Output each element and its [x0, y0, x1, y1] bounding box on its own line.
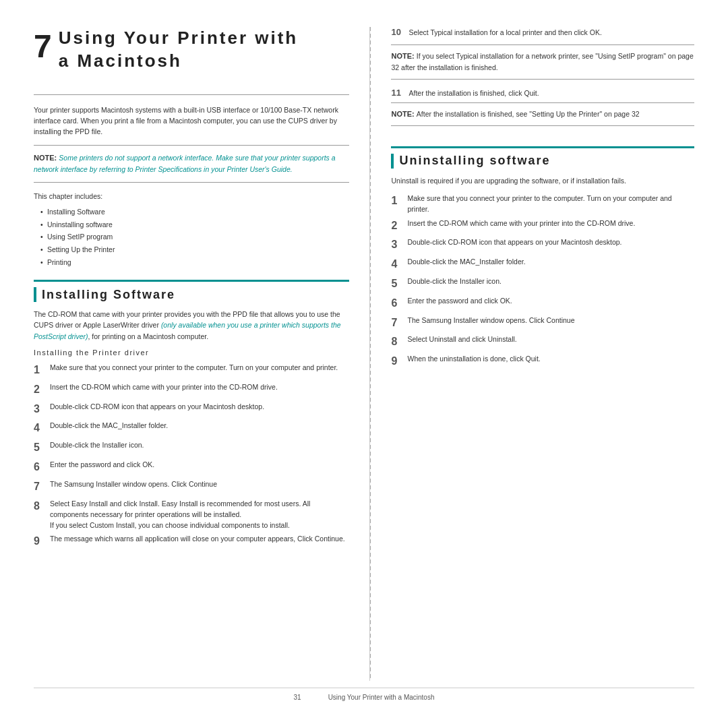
- step-6: 6Enter the password and click OK.: [34, 459, 349, 476]
- step-4: 4Double-click the MAC_Installer folder.: [34, 420, 349, 437]
- unstep-3: 3Double-click CD-ROM icon that appears o…: [391, 237, 694, 253]
- step-10: 10 Select Typical installation for a loc…: [391, 27, 694, 38]
- unstep-9: 9When the uninstallation is done, click …: [391, 353, 694, 370]
- subsection-title: Installing the Printer driver: [34, 348, 349, 357]
- note-label: NOTE:: [34, 154, 59, 162]
- step-11-text: After the installation is finished, clic…: [408, 88, 539, 98]
- step-1: 1Make sure that you connect your printer…: [34, 362, 349, 379]
- section-bar: [34, 287, 36, 302]
- step-8: 8Select Easy Install and click Install. …: [34, 498, 349, 531]
- list-item: Setting Up the Printer: [40, 243, 349, 256]
- left-column: 7 Using Your Printer with a Macintosh Yo…: [34, 27, 370, 681]
- section-bar-2: [391, 154, 394, 169]
- note2-block: NOTE: After the installation is finished…: [391, 102, 694, 126]
- chapter-number: 7: [34, 30, 52, 63]
- unstep-6: 6Enter the password and click OK.: [391, 295, 694, 312]
- chapter-header: 7 Using Your Printer with a Macintosh: [34, 27, 349, 95]
- step-10-text: Select Typical installation for a local …: [408, 27, 601, 38]
- unstep-4: 4Double-click the MAC_Installer folder.: [391, 256, 694, 273]
- unstep-7: 7The Samsung Installer window opens. Cli…: [391, 315, 694, 332]
- step-5: 5Double-click the Installer icon.: [34, 439, 349, 456]
- installing-steps-list: 1Make sure that you connect your printer…: [34, 362, 349, 550]
- chapter-title: Using Your Printer with a Macintosh: [59, 27, 299, 73]
- step-10-block: 10 Select Typical installation for a loc…: [391, 27, 694, 80]
- chapter-includes-list: Installing Software Uninstalling softwar…: [34, 206, 349, 269]
- note-text: Some printers do not support a network i…: [34, 154, 336, 173]
- right-column: 10 Select Typical installation for a loc…: [371, 27, 694, 681]
- intro-text-part2: , for printing on a Macintosh computer.: [88, 332, 209, 340]
- note2-text: After the installation is finished, see …: [417, 110, 640, 118]
- unstep-2: 2Insert the CD-ROM which came with your …: [391, 218, 694, 235]
- chapter-intro: Your printer supports Macintosh systems …: [34, 104, 349, 138]
- list-item: Installing Software: [40, 206, 349, 218]
- chapter-title-text: Using Your Printer with a Macintosh: [59, 28, 299, 71]
- page-footer: 31 Using Your Printer with a Macintosh: [34, 688, 694, 701]
- unstep-1: 1Make sure that you connect your printer…: [391, 193, 694, 215]
- step-11-num: 11: [391, 88, 408, 98]
- list-item: Printing: [40, 256, 349, 269]
- step-2: 2Insert the CD-ROM which came with your …: [34, 382, 349, 398]
- note-block: NOTE: Some printers do not support a net…: [34, 145, 349, 182]
- uninstalling-title: Uninstalling software: [399, 154, 550, 168]
- unstep-5: 5Double-click the Installer icon.: [391, 276, 694, 293]
- uninstalling-header: Uninstalling software: [391, 146, 694, 169]
- step-10-num: 10: [391, 27, 408, 38]
- footer-title: Using Your Printer with a Macintosh: [328, 694, 435, 701]
- installing-software-header: Installing Software: [34, 280, 349, 302]
- step-3: 3Double-click CD-ROM icon that appears o…: [34, 401, 349, 418]
- chapter-includes-label: This chapter includes:: [34, 192, 349, 200]
- note1-label: NOTE:: [391, 52, 416, 60]
- page: 7 Using Your Printer with a Macintosh Yo…: [0, 0, 728, 728]
- list-item: Using SetIP program: [40, 231, 349, 243]
- step-7: 7The Samsung Installer window opens. Cli…: [34, 479, 349, 495]
- note1-text: If you select Typical installation for a…: [391, 52, 693, 71]
- note1-block: NOTE: If you select Typical installation…: [391, 44, 694, 79]
- step-9: 9The message which warns all application…: [34, 533, 349, 550]
- unstep-8: 8Select Uninstall and click Uninstall.: [391, 334, 694, 351]
- uninstalling-steps-list: 1Make sure that you connect your printer…: [391, 193, 694, 370]
- installing-software-intro: The CD-ROM that came with your printer p…: [34, 309, 349, 342]
- list-item: Uninstalling software: [40, 218, 349, 231]
- uninstalling-intro: Uninstall is required if you are upgradi…: [391, 175, 694, 186]
- main-content: 7 Using Your Printer with a Macintosh Yo…: [34, 27, 694, 681]
- installing-software-title: Installing Software: [42, 288, 175, 302]
- page-number: 31: [294, 694, 301, 701]
- note2-label: NOTE:: [391, 110, 416, 118]
- step-11-block: 11 After the installation is finished, c…: [391, 88, 694, 126]
